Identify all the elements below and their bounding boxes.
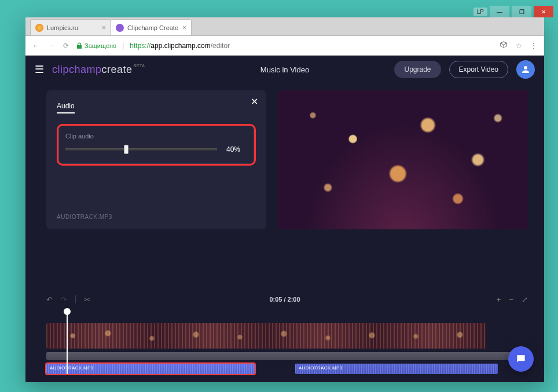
app-main: ✕ Audio Clip audio 40% AUDIOTRACK.MP3 <box>25 83 544 291</box>
nav-back-icon[interactable]: ← <box>31 42 41 50</box>
timeline[interactable]: AUDIOTRACK.MP3 AUDIOTRACK.MP3 <box>25 308 544 382</box>
timeline-toolbar: ↶ ↷ ✂ 0:05 / 2:00 + − ⤢ <box>25 291 544 308</box>
playhead-line <box>67 313 68 374</box>
volume-value: 40% <box>226 145 247 153</box>
favicon-icon <box>35 24 43 32</box>
window-minimize-button[interactable]: — <box>490 6 509 17</box>
lock-icon <box>76 42 82 49</box>
zoom-fit-icon[interactable]: ⤢ <box>522 295 528 304</box>
browser-tabs-strip: Lumpics.ru × Clipchamp Create × <box>25 17 544 36</box>
address-bar: ← → ⟳ Защищено | https://app.clipchamp.c… <box>25 36 544 56</box>
nav-reload-icon[interactable]: ⟳ <box>61 42 71 50</box>
clip-audio-section: Clip audio 40% <box>57 124 256 166</box>
slider-thumb[interactable] <box>124 145 129 154</box>
url-field[interactable]: https://app.clipchamp.com/editor <box>130 42 493 50</box>
window-lp-badge: LP <box>473 8 487 16</box>
app-header: ☰ clipchampcreateBETA Music in Video Upg… <box>25 56 544 83</box>
app-logo[interactable]: clipchampcreateBETA <box>52 64 145 76</box>
audio-track: AUDIOTRACK.MP3 AUDIOTRACK.MP3 <box>46 364 528 374</box>
timeline-scrollbar[interactable] <box>46 352 528 360</box>
clipchamp-app: ☰ clipchampcreateBETA Music in Video Upg… <box>25 56 544 382</box>
user-avatar[interactable] <box>516 60 535 79</box>
favicon-icon <box>116 24 124 32</box>
volume-slider[interactable] <box>65 148 217 151</box>
secure-label: Защищено <box>85 42 116 49</box>
browser-tab-clipchamp[interactable]: Clipchamp Create × <box>111 19 192 35</box>
chat-icon <box>515 353 527 365</box>
window-maximize-button[interactable]: ❐ <box>512 6 531 17</box>
nav-forward-icon[interactable]: → <box>46 42 56 50</box>
audio-panel: ✕ Audio Clip audio 40% AUDIOTRACK.MP3 <box>46 90 266 229</box>
hamburger-menu-icon[interactable]: ☰ <box>35 63 44 76</box>
tab-close-icon[interactable]: × <box>102 24 106 32</box>
panel-close-icon[interactable]: ✕ <box>251 96 258 107</box>
tab-close-icon[interactable]: × <box>182 24 186 32</box>
tab-title: Lumpics.ru <box>47 24 78 31</box>
timeline-time-display: 0:05 / 2:00 <box>269 296 300 303</box>
browser-tab-lumpics[interactable]: Lumpics.ru × <box>30 19 111 35</box>
clip-audio-label: Clip audio <box>65 133 247 140</box>
window-close-button[interactable]: ✕ <box>534 6 553 17</box>
zoom-in-icon[interactable]: + <box>497 295 501 304</box>
tab-title: Clipchamp Create <box>127 24 178 31</box>
bookmark-icon[interactable]: ☆ <box>514 42 523 50</box>
translate-icon[interactable] <box>499 41 508 50</box>
support-chat-button[interactable] <box>508 346 534 372</box>
split-icon[interactable]: ✂ <box>84 295 90 304</box>
video-track-clip[interactable] <box>46 323 486 349</box>
panel-tab-audio[interactable]: Audio <box>57 102 75 113</box>
upgrade-button[interactable]: Upgrade <box>394 61 440 78</box>
audio-clip[interactable]: AUDIOTRACK.MP3 <box>295 364 498 374</box>
redo-icon[interactable]: ↷ <box>61 295 67 304</box>
panel-filename: AUDIOTRACK.MP3 <box>57 214 112 220</box>
zoom-out-icon[interactable]: − <box>509 295 513 304</box>
video-preview[interactable] <box>278 90 528 229</box>
audio-clip-selected[interactable]: AUDIOTRACK.MP3 <box>46 364 255 374</box>
undo-icon[interactable]: ↶ <box>46 295 53 304</box>
export-video-button[interactable]: Export Video <box>449 61 509 78</box>
browser-menu-icon[interactable]: ⋮ <box>529 42 538 50</box>
secure-indicator[interactable]: Защищено <box>76 42 116 49</box>
user-icon <box>520 64 531 75</box>
browser-window: Lumpics.ru × Clipchamp Create × ← → ⟳ За… <box>25 17 544 382</box>
project-title[interactable]: Music in Video <box>260 65 309 74</box>
